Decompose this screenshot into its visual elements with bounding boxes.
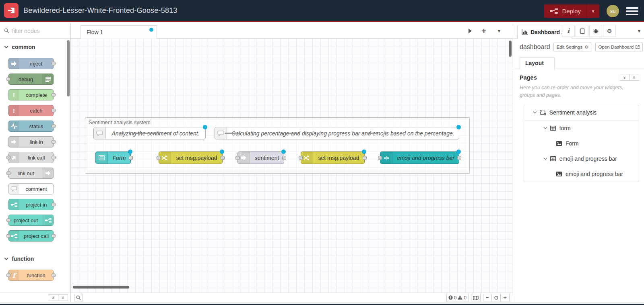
sidebar-sub-tabbar: Layout: [513, 55, 644, 68]
debug-tab-button[interactable]: [589, 25, 602, 37]
help-tab-button[interactable]: [576, 25, 588, 37]
flow-node-sentiment[interactable]: sentiment: [237, 151, 284, 164]
palette-node-project-in[interactable]: project in: [8, 199, 54, 210]
flow-node-set-msg-payload-2[interactable]: set msg.payload: [301, 151, 365, 164]
input-port[interactable]: [6, 234, 10, 238]
input-port[interactable]: [157, 156, 161, 160]
search-flows-button[interactable]: [74, 294, 83, 301]
tree-item-widget-emoji-progress-bar[interactable]: emoji and progress bar: [524, 166, 639, 182]
main-menu-button[interactable]: [626, 7, 638, 15]
dashboard-subheader: dashboard Edit Settings ⚙ Open Dashboard: [513, 39, 644, 55]
palette-node-project-out[interactable]: project out: [8, 215, 54, 226]
output-port[interactable]: [52, 140, 56, 144]
output-port[interactable]: [52, 274, 56, 277]
tree-item-group-form[interactable]: form: [524, 121, 639, 136]
comment-bubble-icon: [9, 184, 19, 194]
add-flow-button[interactable]: +: [478, 23, 489, 39]
zoom-in-button[interactable]: +: [501, 294, 510, 301]
output-port[interactable]: [52, 125, 56, 128]
collapse-all-button[interactable]: »: [620, 74, 630, 81]
output-port[interactable]: [221, 156, 225, 160]
input-port[interactable]: [6, 156, 10, 160]
output-port[interactable]: [52, 156, 56, 160]
edit-settings-button[interactable]: Edit Settings ⚙: [553, 43, 592, 51]
exclamation-icon: !: [9, 105, 19, 116]
flow-node-emoji-progress-bar[interactable]: </> emoji and progress bar: [380, 151, 459, 164]
output-port[interactable]: [52, 62, 56, 66]
flow-node-set-msg-payload-1[interactable]: set msg.payload: [159, 151, 223, 164]
palette-node-debug[interactable]: debug: [8, 74, 54, 85]
bar-chart-icon: [522, 29, 528, 35]
expand-all-button[interactable]: »: [630, 74, 639, 81]
zoom-out-button[interactable]: −: [483, 294, 492, 301]
flow-list-chevron[interactable]: ▼: [493, 23, 505, 39]
comment-node-calculating[interactable]: Calculating percentage and displaying pr…: [215, 127, 459, 139]
user-avatar[interactable]: su: [607, 5, 619, 17]
tab-flow-1[interactable]: Flow 1: [80, 25, 157, 39]
output-port[interactable]: [52, 109, 56, 113]
wire[interactable]: [225, 133, 236, 134]
palette-filter[interactable]: filter nodes: [0, 23, 70, 39]
palette-category-function[interactable]: function: [0, 250, 70, 265]
next-tab-button[interactable]: [464, 23, 476, 39]
deploy-options-chevron[interactable]: ▼: [586, 4, 599, 18]
palette-node-complete[interactable]: ! complete: [8, 89, 54, 100]
output-port[interactable]: [457, 156, 461, 160]
palette-scrollbar[interactable]: [67, 40, 70, 96]
input-port[interactable]: [6, 274, 10, 277]
config-nodes-tab-button[interactable]: ⚙: [603, 25, 616, 37]
tab-layout[interactable]: Layout: [520, 57, 555, 70]
palette-category-common[interactable]: common: [0, 39, 70, 53]
palette-node-link-out[interactable]: link out: [8, 168, 54, 179]
inject-arrow-icon: [9, 58, 19, 69]
open-dashboard-button[interactable]: Open Dashboard: [595, 43, 643, 51]
sidebar-options-chevron[interactable]: ▼: [637, 28, 642, 34]
wire[interactable]: [133, 133, 157, 134]
flow-group-sentiment-analysis-system[interactable]: Sentiment analysis system: [85, 117, 470, 174]
canvas-vertical-scrollbar[interactable]: [509, 41, 512, 57]
toggle-navigator-button[interactable]: [471, 294, 481, 301]
output-port[interactable]: [129, 156, 133, 160]
sidebar-tabbar: Dashboard 2.0 i ⚙ ▼: [513, 23, 644, 39]
palette-node-inject[interactable]: inject: [8, 58, 54, 69]
tree-item-group-emoji-progress-bar[interactable]: emoji and progress bar: [524, 151, 639, 166]
palette-node-status[interactable]: status: [8, 121, 54, 132]
palette-node-function[interactable]: f function: [8, 270, 54, 281]
wire[interactable]: [367, 133, 378, 134]
palette-node-catch[interactable]: ! catch: [8, 105, 54, 116]
output-port[interactable]: [282, 156, 286, 160]
canvas-footer: 0 0 − +: [71, 293, 513, 302]
palette-node-link-call[interactable]: link call: [8, 152, 54, 163]
notifications-status-button[interactable]: 0 0: [446, 294, 469, 301]
input-port[interactable]: [6, 172, 10, 175]
input-port[interactable]: [378, 156, 382, 160]
palette-node-link-in[interactable]: link in: [8, 136, 54, 147]
flow-node-form[interactable]: Form: [95, 151, 131, 164]
tree-item-widget-form[interactable]: Form: [524, 136, 639, 151]
unsaved-changes-dot: [220, 149, 224, 154]
unsaved-changes-dot: [149, 28, 153, 32]
canvas-horizontal-scrollbar[interactable]: [73, 286, 129, 289]
input-port[interactable]: [6, 78, 10, 81]
output-port[interactable]: [52, 93, 56, 97]
info-tab-button[interactable]: i: [562, 25, 575, 37]
palette-filter-placeholder: filter nodes: [12, 28, 39, 34]
input-port[interactable]: [235, 156, 239, 160]
palette-scroll-area[interactable]: common inject debug ! complete ! catch s…: [0, 39, 70, 293]
palette-node-project-call[interactable]: project call: [8, 230, 54, 242]
flow-canvas[interactable]: Sentiment analysis system Analyzing the …: [71, 39, 513, 293]
tree-item-page-sentiment-analysis[interactable]: Sentiment analysis: [524, 105, 639, 121]
palette-expand-all-button[interactable]: »: [58, 294, 68, 301]
deploy-button[interactable]: Deploy ▼: [544, 4, 599, 18]
output-port[interactable]: [52, 203, 56, 207]
zoom-reset-button[interactable]: [492, 294, 501, 301]
wire[interactable]: [286, 133, 299, 134]
palette-collapse-all-button[interactable]: »: [49, 294, 58, 301]
output-port[interactable]: [52, 234, 56, 238]
output-port[interactable]: [363, 156, 367, 160]
input-port[interactable]: [299, 156, 303, 160]
pages-title: Pages: [520, 74, 620, 81]
input-port[interactable]: [6, 219, 10, 222]
app-header: Bewildered-Lesser-White-Fronted-Goose-58…: [0, 0, 644, 22]
palette-node-comment[interactable]: comment: [8, 183, 54, 194]
